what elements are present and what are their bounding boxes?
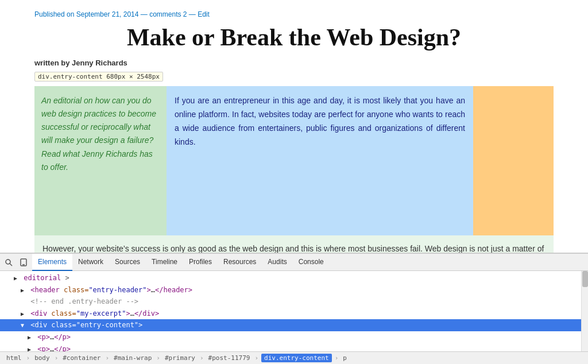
dom-tree-area: ▶ editorial > ▶ <header class="entry-hea… bbox=[0, 271, 588, 351]
dom-line-comment1: <!-- end .entry-header --> bbox=[0, 296, 588, 308]
breadcrumb-post[interactable]: #post-11779 bbox=[207, 354, 252, 362]
breadcrumb-html[interactable]: html bbox=[5, 354, 24, 362]
breadcrumb-entry-content[interactable]: div.entry-content bbox=[261, 354, 332, 362]
devtools-panel: Elements Network Sources Timeline Profil… bbox=[0, 253, 588, 364]
device-icon[interactable] bbox=[17, 256, 30, 269]
col-left: An editorial on how can you do web desig… bbox=[34, 86, 167, 235]
author-name: Jenny Richards bbox=[72, 59, 127, 67]
tab-audits[interactable]: Audits bbox=[262, 254, 292, 271]
tab-sources[interactable]: Sources bbox=[109, 254, 146, 271]
dom-line-editorial[interactable]: ▶ editorial > bbox=[0, 272, 588, 284]
breadcrumb-p[interactable]: p bbox=[341, 354, 349, 362]
col-middle: If you are an entrepreneur in this age a… bbox=[167, 86, 473, 235]
bottom-text: However, your website’s success is only … bbox=[42, 242, 546, 253]
breadcrumb-bar: html › body › #container › #main-wrap › … bbox=[0, 351, 588, 364]
devtools-tabs: Elements Network Sources Timeline Profil… bbox=[0, 254, 588, 271]
tab-elements[interactable]: Elements bbox=[32, 254, 72, 271]
dom-line-excerpt[interactable]: ▶ <div class="my-excerpt">…</div> bbox=[0, 308, 588, 320]
published-line: Published on September 21, 2014 — commen… bbox=[34, 0, 554, 18]
excerpt-text: An editorial on how can you do web desig… bbox=[41, 94, 160, 174]
triangle-right: ▶ bbox=[14, 274, 20, 283]
published-text: Published on September 21, 2014 — commen… bbox=[34, 10, 210, 18]
search-icon[interactable] bbox=[2, 256, 15, 269]
svg-line-1 bbox=[10, 264, 12, 266]
tab-profiles[interactable]: Profiles bbox=[183, 254, 218, 271]
tab-resources[interactable]: Resources bbox=[218, 254, 262, 271]
written-by-prefix: written by bbox=[34, 59, 72, 67]
dom-line-header[interactable]: ▶ <header class="entry-header">…</header… bbox=[0, 284, 588, 296]
entry-content-area: An editorial on how can you do web desig… bbox=[34, 86, 554, 235]
breadcrumb-container[interactable]: #container bbox=[61, 354, 102, 362]
tab-timeline[interactable]: Timeline bbox=[146, 254, 183, 271]
devtools-dom-content: ▶ editorial > ▶ <header class="entry-hea… bbox=[0, 271, 588, 351]
dom-line-p2[interactable]: ▶ <p>…</p> bbox=[0, 343, 588, 351]
svg-point-0 bbox=[6, 260, 10, 264]
dom-line-p1[interactable]: ▶ <p>…</p> bbox=[0, 331, 588, 343]
scrollbar[interactable] bbox=[581, 271, 588, 351]
post-title: Make or Break the Web Design? bbox=[34, 24, 554, 51]
tab-console[interactable]: Console bbox=[293, 254, 330, 271]
page-content: Published on September 21, 2014 — commen… bbox=[0, 0, 588, 253]
main-text: If you are an entrepreneur in this age a… bbox=[175, 94, 465, 149]
col-bottom: However, your website’s success is only … bbox=[34, 235, 554, 253]
dom-line-entry-content[interactable]: ▼ <div class="entry-content"> bbox=[0, 319, 588, 331]
breadcrumb-primary[interactable]: #primary bbox=[163, 354, 197, 362]
tab-network[interactable]: Network bbox=[72, 254, 109, 271]
written-by: written by Jenny Richards bbox=[34, 59, 554, 67]
scrollbar-thumb[interactable] bbox=[582, 271, 588, 287]
breadcrumb-body[interactable]: body bbox=[33, 354, 52, 362]
breadcrumb-main-wrap[interactable]: #main-wrap bbox=[112, 354, 153, 362]
element-badge: div.entry-content 680px × 2548px bbox=[34, 72, 163, 82]
col-right bbox=[473, 86, 554, 235]
